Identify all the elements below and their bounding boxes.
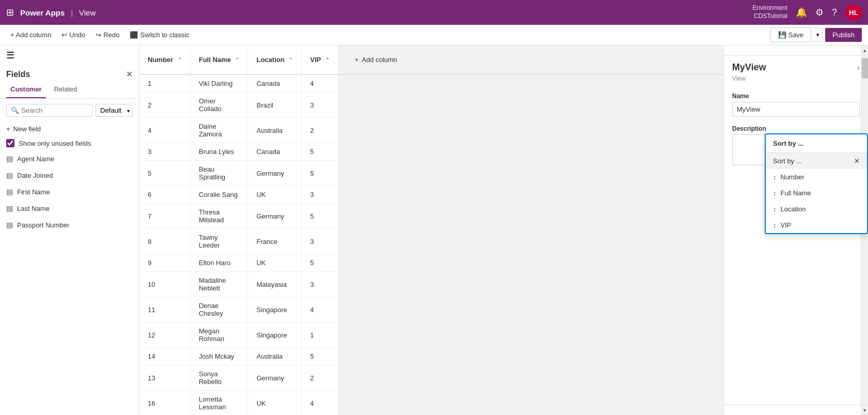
cell-vip: 2 — [302, 365, 338, 391]
cell-location: Brazil — [248, 93, 302, 118]
search-input[interactable] — [21, 106, 88, 114]
right-panel-header: MyView › — [724, 56, 868, 75]
search-icon: 🔍 — [11, 106, 19, 114]
cell-location: Australia — [248, 348, 302, 365]
cell-location: Germany — [248, 161, 302, 186]
sort-x-icon[interactable]: ✕ — [854, 157, 860, 165]
sidebar-toggle[interactable]: ☰ — [0, 45, 139, 65]
tab-customer[interactable]: Customer — [6, 81, 46, 98]
cell-location: Australia — [248, 118, 302, 143]
cell-location: Germany — [248, 365, 302, 391]
add-column-table-button[interactable]: + Add column — [347, 51, 406, 69]
field-item-last-name[interactable]: ▤ Last Name — [0, 200, 139, 217]
help-icon[interactable]: ? — [832, 7, 837, 18]
field-item-passport-number[interactable]: ▤ Passport Number — [0, 217, 139, 233]
sort-item-vip[interactable]: ↕ VIP — [766, 217, 867, 233]
grid-icon[interactable]: ⊞ — [6, 7, 14, 18]
nav-separator: | — [71, 8, 73, 17]
add-column-button[interactable]: + Add column — [6, 29, 55, 41]
sort-dropdown: Sort by ... Sort by ... ✕ ↕ Number ↕ Ful… — [765, 133, 868, 234]
col-header-vip[interactable]: VIP ⌃ — [302, 45, 338, 74]
cell-full-name: Bruna Lyles — [190, 143, 248, 161]
search-box[interactable]: 🔍 — [6, 104, 92, 117]
cell-location: France — [248, 229, 302, 254]
col-header-full-name[interactable]: Full Name ⌃ — [190, 45, 248, 74]
show-unused-toggle[interactable]: Show only unused fields — [0, 136, 139, 150]
scroll-top-button[interactable]: ▲ — [861, 45, 868, 56]
cell-location: Singapore — [248, 322, 302, 348]
save-button[interactable]: 💾 Save — [770, 27, 812, 42]
sort-item-location[interactable]: ↕ Location — [766, 201, 867, 217]
cell-location: Germany — [248, 204, 302, 229]
new-field-button[interactable]: + New field — [0, 122, 139, 136]
cell-full-name: Omer Collado — [190, 93, 248, 118]
table-row: 14 Josh Mckay Australia 5 — [140, 348, 723, 365]
cell-full-name: Denae Chesley — [190, 297, 248, 322]
cell-location: Malayasia — [248, 272, 302, 297]
sort-active-item[interactable]: Sort by ... ✕ — [766, 153, 867, 169]
cell-number: 9 — [140, 254, 190, 272]
cell-vip: 1 — [302, 322, 338, 348]
cell-number: 5 — [140, 161, 190, 186]
table-row: 4 Daine Zamora Australia 2 — [140, 118, 723, 143]
toolbar: + Add column ↩ Undo ↪ Redo ⬛ Switch to c… — [0, 25, 868, 45]
sidebar-header: Fields ✕ — [0, 65, 139, 81]
sort-item-full-name[interactable]: ↕ Full Name — [766, 185, 867, 201]
sidebar-title: Fields — [6, 70, 30, 79]
undo-button[interactable]: ↩ Undo — [57, 29, 89, 41]
cell-vip: 2 — [302, 118, 338, 143]
cell-full-name: Thresa Milstead — [190, 204, 248, 229]
cell-number: 4 — [140, 118, 190, 143]
table-row: 7 Thresa Milstead Germany 5 — [140, 204, 723, 229]
chevron-right-icon[interactable]: › — [857, 64, 860, 72]
save-icon: 💾 — [778, 31, 786, 39]
avatar[interactable]: HL — [845, 4, 862, 21]
scroll-bottom-button[interactable]: ▼ — [861, 405, 868, 415]
cell-number: 10 — [140, 272, 190, 297]
col-header-location[interactable]: Location ⌃ — [248, 45, 302, 74]
switch-classic-button[interactable]: ⬛ Switch to classic — [126, 29, 193, 41]
sort-dropdown-header: Sort by ... — [766, 134, 867, 153]
filter-select[interactable]: Default — [96, 104, 133, 117]
field-item-first-name[interactable]: ▤ First Name — [0, 183, 139, 200]
cell-number: 12 — [140, 322, 190, 348]
field-item-date-joined[interactable]: ▤ Date Joined — [0, 167, 139, 183]
data-table: Number ⌃ Full Name ⌃ Location ⌃ VIP ⌃ + — [140, 45, 723, 415]
table-row: 12 Megan Rohman Singapore 1 — [140, 322, 723, 348]
sort-item-number[interactable]: ↕ Number — [766, 169, 867, 185]
right-panel: ▲ MyView › View Name Description Sort by… — [723, 45, 868, 415]
sort-ud-icon-number: ↕ — [773, 173, 777, 181]
cell-vip: 5 — [302, 143, 338, 161]
settings-icon[interactable]: ⚙ — [815, 7, 824, 18]
tab-related[interactable]: Related — [50, 81, 82, 98]
publish-button[interactable]: Publish — [825, 28, 862, 42]
table-row: 16 Lorretta Lessman UK 4 — [140, 391, 723, 416]
save-dropdown-button[interactable]: ▾ — [813, 28, 823, 42]
field-item-agent-name[interactable]: ▤ Agent Name — [0, 150, 139, 167]
description-label: Description — [732, 125, 860, 132]
sort-icon-location: ⌃ — [288, 57, 293, 63]
cell-vip: 3 — [302, 229, 338, 254]
field-icon-passport-number: ▤ — [6, 221, 13, 229]
cell-number: 2 — [140, 93, 190, 118]
topnav-right: Environment CDSTutorial 🔔 ⚙ ? HL — [753, 4, 862, 21]
redo-icon: ↪ — [96, 31, 101, 39]
cell-number: 14 — [140, 348, 190, 365]
sidebar-search-row: 🔍 Default — [0, 99, 139, 122]
sort-icon-full-name: ⌃ — [235, 57, 239, 63]
cell-vip: 4 — [302, 297, 338, 322]
name-input[interactable] — [732, 102, 860, 117]
field-icon-agent-name: ▤ — [6, 155, 13, 163]
sidebar-close-button[interactable]: ✕ — [126, 69, 133, 79]
sort-ud-icon-location: ↕ — [773, 205, 777, 213]
collapse-icon: ☰ — [6, 50, 14, 61]
redo-button[interactable]: ↪ Redo — [91, 29, 123, 41]
cell-vip: 5 — [302, 348, 338, 365]
notification-icon[interactable]: 🔔 — [796, 7, 807, 18]
name-label: Name — [732, 93, 860, 100]
col-header-number[interactable]: Number ⌃ — [140, 45, 190, 74]
cell-vip: 3 — [302, 93, 338, 118]
sidebar-tabs: Customer Related — [0, 81, 139, 99]
show-unused-checkbox[interactable] — [6, 139, 14, 147]
cell-number: 8 — [140, 229, 190, 254]
